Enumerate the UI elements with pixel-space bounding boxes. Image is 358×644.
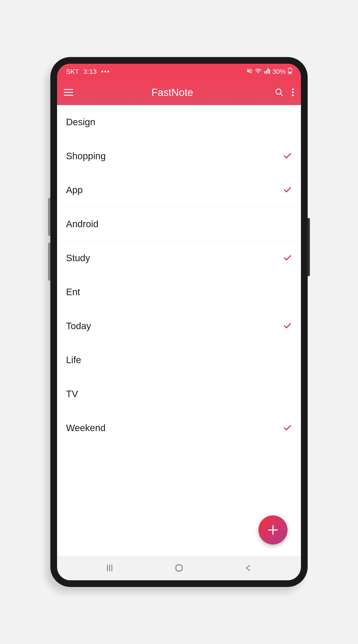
volume-down-button[interactable] xyxy=(48,242,50,281)
status-more-icon: ••• xyxy=(101,68,110,75)
note-item[interactable]: TV xyxy=(57,377,301,411)
note-label: Android xyxy=(66,219,99,230)
battery-pct: 30% xyxy=(272,68,286,75)
search-button[interactable] xyxy=(275,88,284,97)
overflow-menu-button[interactable] xyxy=(291,88,294,97)
signal-icon xyxy=(264,68,270,76)
check-icon xyxy=(283,321,292,331)
system-nav-bar xyxy=(57,556,301,580)
back-button[interactable] xyxy=(237,564,259,572)
note-label: Shopping xyxy=(66,151,106,162)
svg-rect-13 xyxy=(176,565,182,571)
volume-up-button[interactable] xyxy=(48,198,50,236)
check-icon xyxy=(283,253,292,263)
svg-line-4 xyxy=(280,94,283,96)
note-list[interactable]: DesignShoppingAppAndroidStudyEntTodayLif… xyxy=(57,105,301,556)
home-button[interactable] xyxy=(168,563,190,573)
note-label: Ent xyxy=(66,287,80,298)
note-label: Today xyxy=(66,321,91,332)
note-item[interactable]: App xyxy=(57,173,301,207)
status-time: 3:13 xyxy=(84,68,96,75)
svg-point-5 xyxy=(292,88,294,90)
add-note-fab[interactable] xyxy=(258,516,287,544)
power-button[interactable] xyxy=(308,218,310,276)
screen: SKT 3:13 ••• 30% xyxy=(57,64,301,580)
note-item[interactable]: Android xyxy=(57,207,301,241)
note-item[interactable]: Ent xyxy=(57,275,301,309)
mute-icon xyxy=(246,68,253,76)
note-label: Weekend xyxy=(66,422,106,433)
wifi-icon xyxy=(255,68,262,76)
app-bar: FastNote xyxy=(57,80,301,105)
check-icon xyxy=(283,151,292,161)
svg-point-6 xyxy=(292,91,294,93)
note-item[interactable]: Weekend xyxy=(57,411,301,445)
note-label: App xyxy=(66,185,83,196)
status-bar: SKT 3:13 ••• 30% xyxy=(57,64,301,80)
note-label: Design xyxy=(66,117,95,128)
note-item[interactable]: Design xyxy=(57,105,301,139)
svg-rect-1 xyxy=(289,68,291,68)
svg-point-3 xyxy=(276,89,281,94)
recent-apps-button[interactable] xyxy=(99,564,121,572)
carrier-label: SKT xyxy=(66,68,79,75)
svg-point-7 xyxy=(292,94,294,96)
note-item[interactable]: Study xyxy=(57,241,301,275)
note-label: Study xyxy=(66,253,90,264)
note-item[interactable]: Today xyxy=(57,309,301,343)
check-icon xyxy=(283,423,292,433)
note-item[interactable]: Shopping xyxy=(57,139,301,173)
phone-frame: SKT 3:13 ••• 30% xyxy=(50,57,308,587)
note-label: Life xyxy=(66,355,81,366)
note-item[interactable]: Life xyxy=(57,343,301,377)
status-left: SKT 3:13 ••• xyxy=(66,68,110,75)
status-right: 30% xyxy=(246,68,292,76)
app-title: FastNote xyxy=(82,86,263,98)
note-label: TV xyxy=(66,389,78,399)
menu-button[interactable] xyxy=(64,89,73,96)
battery-icon xyxy=(288,68,292,76)
check-icon xyxy=(283,185,292,195)
svg-rect-2 xyxy=(289,72,291,73)
